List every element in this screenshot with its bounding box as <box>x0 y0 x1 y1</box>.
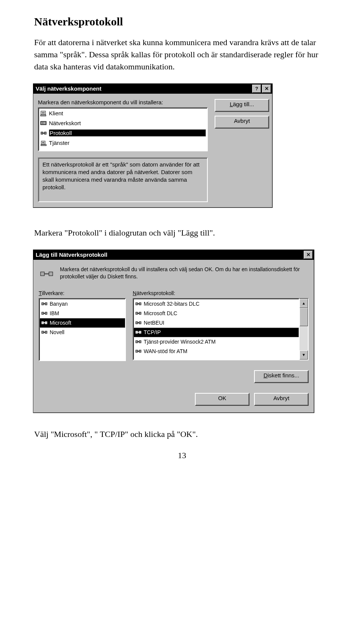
list-item-natverkskort[interactable]: Nätverkskort <box>39 118 207 128</box>
client-icon <box>40 110 47 117</box>
svg-rect-31 <box>136 312 138 314</box>
svg-rect-25 <box>42 331 44 333</box>
protocol-icon <box>41 319 48 327</box>
svg-rect-44 <box>139 350 141 352</box>
page-heading: Nätverksprotokoll <box>34 15 330 28</box>
component-description: Ett nätverksprotokoll är ett "språk" som… <box>38 157 208 202</box>
list-item-klient[interactable]: Klient <box>39 108 207 118</box>
protocol-icon <box>41 328 48 336</box>
manufacturer-label: Tillverkare: <box>39 290 126 296</box>
protocol-listbox[interactable]: Microsoft 32-bitars DLC Microsoft DLC Ne… <box>133 298 300 360</box>
close-button[interactable]: ✕ <box>304 251 313 259</box>
protocol-icon <box>40 129 47 137</box>
dialog2-instruction: Markera det nätverksprotokoll du vill in… <box>60 266 309 281</box>
svg-rect-16 <box>42 303 44 305</box>
svg-rect-34 <box>136 322 138 324</box>
proto-item[interactable]: WAN-stöd för ATM <box>133 347 299 356</box>
proto-item[interactable]: NetBEUI <box>133 318 299 328</box>
scroll-track[interactable] <box>300 308 308 350</box>
list-item-protokoll[interactable]: Protokoll <box>39 128 207 138</box>
dialog1-title: Välj nätverkskomponent <box>36 85 251 92</box>
help-button[interactable]: ? <box>252 85 261 93</box>
svg-rect-1 <box>42 112 45 114</box>
scroll-up-button[interactable]: ▲ <box>300 299 308 308</box>
dialog2-title: Lägg till Nätverksprotokoll <box>36 251 303 258</box>
protocol-icon <box>135 328 142 336</box>
proto-item[interactable]: Microsoft 32-bitars DLC <box>133 299 299 309</box>
svg-rect-17 <box>45 303 47 305</box>
dialog1-instruction: Markera den nätverkskomponent du vill in… <box>38 99 208 105</box>
protocol-icon <box>135 309 142 317</box>
svg-rect-32 <box>139 312 141 314</box>
network-icon <box>39 266 55 281</box>
dialog1-titlebar: Välj nätverkskomponent ? ✕ <box>33 84 272 94</box>
manuf-item-novell[interactable]: Novell <box>39 328 125 337</box>
intro-paragraph: För att datorerna i nätverket ska kunna … <box>34 36 330 73</box>
dialog2-titlebar: Lägg till Nätverksprotokoll ✕ <box>33 250 314 260</box>
cancel-button[interactable]: Avbryt <box>254 393 309 406</box>
svg-rect-11 <box>41 145 46 146</box>
proto-item[interactable]: Tjänst-provider Winsock2 ATM <box>133 337 299 347</box>
svg-rect-41 <box>139 341 141 343</box>
manuf-item-microsoft[interactable]: Microsoft <box>39 318 125 328</box>
svg-rect-23 <box>45 322 47 324</box>
svg-rect-20 <box>45 312 47 314</box>
svg-rect-43 <box>136 350 138 352</box>
list-item-tjanster[interactable]: Tjänster <box>39 138 207 148</box>
end-paragraph: Välj "Microsoft", " TCP/IP" och klicka p… <box>34 428 330 440</box>
protocol-icon <box>41 300 48 308</box>
manufacturer-listbox[interactable]: Banyan IBM Microsoft Novell <box>39 298 126 361</box>
protocol-icon <box>135 347 142 355</box>
manuf-item-banyan[interactable]: Banyan <box>39 299 125 309</box>
svg-rect-5 <box>43 122 46 124</box>
page-number: 13 <box>34 451 330 460</box>
protocol-icon <box>135 319 142 327</box>
scroll-down-button[interactable]: ▼ <box>300 350 308 360</box>
disk-button[interactable]: Diskett finns... <box>254 370 309 383</box>
svg-rect-22 <box>42 322 44 324</box>
svg-rect-26 <box>45 331 47 333</box>
svg-rect-37 <box>136 331 138 333</box>
protocol-icon <box>135 338 142 346</box>
scroll-thumb[interactable] <box>300 308 308 326</box>
svg-rect-10 <box>42 142 44 143</box>
ok-button[interactable]: OK <box>195 393 249 406</box>
add-button[interactable]: Lägg till... <box>215 99 269 112</box>
cancel-button[interactable]: Avbryt <box>215 116 269 129</box>
protocol-scrollbar[interactable]: ▲ ▼ <box>300 298 309 360</box>
protocol-label: Nätverksprotokoll: <box>133 290 309 296</box>
proto-item[interactable]: Microsoft DLC <box>133 309 299 318</box>
add-protocol-dialog: Lägg till Nätverksprotokoll ✕ Markera de… <box>33 250 314 413</box>
svg-rect-38 <box>139 331 141 333</box>
protocol-icon <box>135 300 142 308</box>
select-component-dialog: Välj nätverkskomponent ? ✕ Markera den n… <box>33 83 273 208</box>
manuf-item-ibm[interactable]: IBM <box>39 309 125 318</box>
svg-rect-29 <box>139 303 141 305</box>
svg-rect-4 <box>41 122 42 124</box>
svg-rect-19 <box>42 312 44 314</box>
svg-rect-7 <box>41 132 43 134</box>
service-icon <box>40 139 47 147</box>
svg-rect-13 <box>41 272 44 276</box>
close-button[interactable]: ✕ <box>262 85 271 93</box>
svg-rect-40 <box>136 341 138 343</box>
svg-rect-35 <box>139 322 141 324</box>
component-listbox[interactable]: Klient Nätverkskort Protokoll <box>38 107 208 151</box>
svg-rect-14 <box>49 272 53 276</box>
protocol-icon <box>41 309 48 317</box>
svg-rect-28 <box>136 303 138 305</box>
nic-icon <box>40 119 47 127</box>
svg-rect-2 <box>41 115 46 116</box>
proto-item-tcpip[interactable]: TCP/IP <box>133 328 299 337</box>
mid-paragraph: Markera "Protokoll" i dialogrutan och vä… <box>34 227 330 239</box>
svg-rect-8 <box>44 132 46 134</box>
